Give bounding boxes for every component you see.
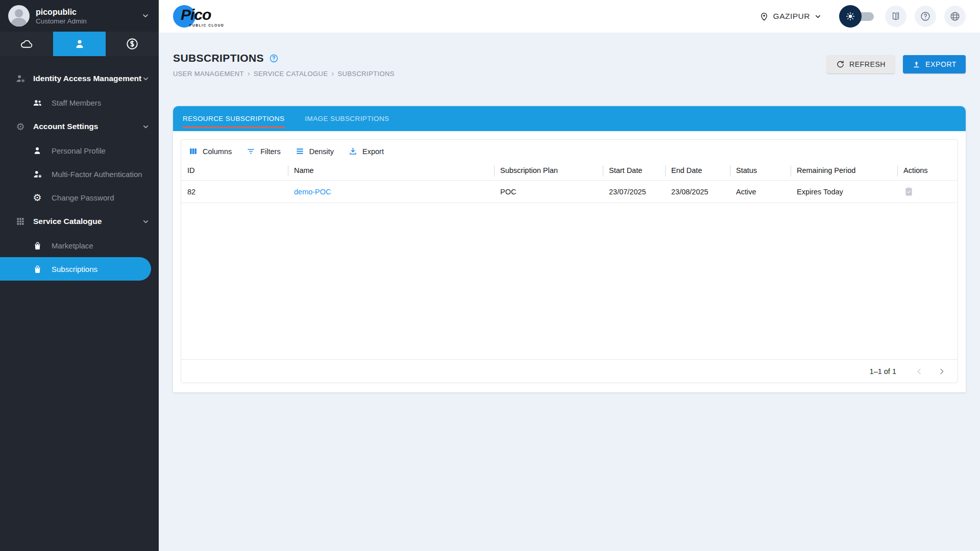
data-grid: Columns Filters Density [181,139,958,383]
density-icon [295,146,305,156]
user-gear-icon [14,73,27,84]
page-help-icon[interactable] [269,54,279,63]
pagination-range: 1–1 of 1 [870,367,896,375]
book-icon [890,11,901,22]
column-header-name[interactable]: Name [288,162,494,180]
page-title: SUBSCRIPTIONS [173,52,264,64]
sidebar-item-label: Marketplace [52,241,93,250]
sidebar-menu: Identity Access Management Staff Members… [0,56,159,281]
sidebar-item-multi-factor-authentication[interactable]: Multi-Factor Authentication [0,162,159,186]
region-label: GAZIPUR [773,12,810,21]
sidebar-item-label: Personal Profile [52,146,106,155]
language-button[interactable] [944,6,966,27]
tab-resource-subscriptions[interactable]: RESOURCE SUBSCRIPTIONS [182,106,285,131]
subscription-tabs: RESOURCE SUBSCRIPTIONS IMAGE SUBSCRIPTIO… [173,106,966,131]
tab-users[interactable] [53,32,106,56]
dollar-circle-icon [126,37,139,51]
breadcrumb-separator: › [331,69,334,78]
cell-actions [897,181,958,203]
grid-footer: 1–1 of 1 [181,359,958,383]
chevron-down-icon [814,13,822,20]
top-header: Pico PUBLIC CLOUD GAZIPUR [159,0,980,33]
cell-remaining-period: Expires Today [791,181,897,203]
grid-toolbar: Columns Filters Density [181,140,958,162]
columns-button[interactable]: Columns [188,146,232,156]
gear-icon: ⚙︎ [32,193,43,203]
table-row[interactable]: 82 demo-POC POC 23/07/2025 23/08/2025 Ac… [181,181,958,203]
density-button[interactable]: Density [295,146,334,156]
upload-icon [912,60,921,69]
shopping-bag-icon [32,264,43,274]
user-icon [32,145,43,156]
clipboard-check-icon[interactable] [903,186,914,197]
refresh-button[interactable]: REFRESH [827,55,895,73]
sidebar-group-identity-access-management[interactable]: Identity Access Management [0,66,159,91]
table-header-row: ID Name Subscription Plan Start Date End… [181,162,958,181]
columns-label: Columns [203,147,232,156]
breadcrumb: USER MANAGEMENT › SERVICE CATALOGUE › SU… [173,69,395,78]
pico-logo[interactable]: Pico PUBLIC CLOUD [173,4,234,29]
previous-page-button[interactable] [911,363,928,380]
question-icon [920,11,931,22]
sidebar-group-label: Account Settings [33,122,98,131]
subscription-link[interactable]: demo-POC [294,188,331,196]
sidebar-item-subscriptions[interactable]: Subscriptions [0,257,151,281]
sidebar-item-marketplace[interactable]: Marketplace [0,234,159,257]
sidebar-item-label: Change Password [52,193,114,202]
column-header-actions[interactable]: Actions [897,162,958,180]
column-header-id[interactable]: ID [181,162,288,180]
export-button[interactable]: EXPORT [903,55,966,73]
grid-export-button[interactable]: Export [348,146,384,156]
column-header-end-date[interactable]: End Date [665,162,730,180]
region-selector[interactable]: GAZIPUR [759,11,822,21]
tab-billing[interactable] [106,32,159,56]
filter-list-icon [246,146,256,156]
users-icon [32,97,43,108]
chevron-down-icon [141,12,150,20]
breadcrumb-service-catalogue[interactable]: SERVICE CATALOGUE [254,70,328,78]
sidebar-item-label: Subscriptions [52,265,97,273]
sidebar-group-account-settings[interactable]: ⚙︎ Account Settings [0,114,159,139]
filters-button[interactable]: Filters [246,146,280,156]
shopping-bag-icon [32,241,43,251]
cell-status: Active [730,181,791,203]
refresh-label: REFRESH [849,60,886,68]
docs-button[interactable] [885,6,906,27]
download-icon [348,146,358,156]
sidebar-item-personal-profile[interactable]: Personal Profile [0,139,159,162]
cell-start-date: 23/07/2025 [603,181,665,203]
breadcrumb-user-management[interactable]: USER MANAGEMENT [173,70,244,78]
page-content: SUBSCRIPTIONS USER MANAGEMENT › SERVICE … [159,33,980,551]
cell-plan: POC [494,181,603,203]
export-label: EXPORT [925,60,957,68]
page-actions: REFRESH EXPORT [827,52,966,73]
next-page-button[interactable] [933,363,950,380]
account-info: picopublic Customer Admin [36,7,87,25]
column-header-remaining-period[interactable]: Remaining Period [791,162,897,180]
tab-image-subscriptions[interactable]: IMAGE SUBSCRIPTIONS [304,106,389,131]
sidebar: picopublic Customer Admin [0,0,159,551]
sidebar-item-label: Staff Members [52,98,101,107]
location-pin-icon [759,11,769,21]
theme-toggle[interactable] [839,5,877,28]
breadcrumb-separator: › [248,69,250,78]
column-header-subscription-plan[interactable]: Subscription Plan [494,162,603,180]
sidebar-group-label: Identity Access Management [33,74,141,83]
sidebar-item-staff-members[interactable]: Staff Members [0,91,159,114]
sidebar-module-tabs [0,32,159,56]
account-role: Customer Admin [36,17,87,25]
header-actions: GAZIPUR [759,5,966,28]
column-header-status[interactable]: Status [730,162,791,180]
sidebar-group-service-catalogue[interactable]: Service Catalogue [0,209,159,234]
logo-text: Pico [181,6,211,23]
column-header-start-date[interactable]: Start Date [603,162,665,180]
tab-cloud[interactable] [0,32,53,56]
account-name: picopublic [36,7,87,17]
gear-icon: ⚙︎ [14,122,27,132]
columns-icon [188,146,198,156]
help-button[interactable] [915,6,936,27]
account-switcher[interactable]: picopublic Customer Admin [0,0,159,32]
sidebar-item-change-password[interactable]: ⚙︎ Change Password [0,186,159,209]
chevron-down-icon [142,75,150,83]
breadcrumb-subscriptions[interactable]: SUBSCRIPTIONS [338,70,395,78]
